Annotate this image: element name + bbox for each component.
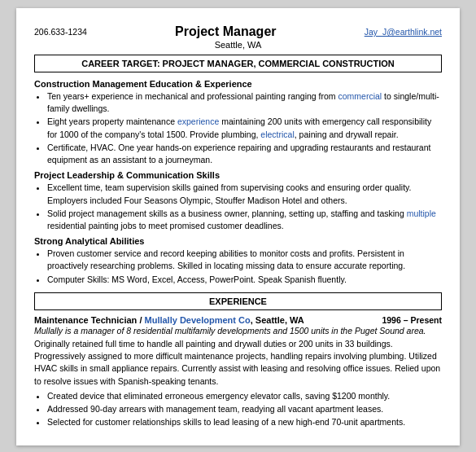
job-bullets: Created device that eliminated erroneous… xyxy=(47,390,442,429)
job-subtitle: Mullally is a manager of 8 residential m… xyxy=(34,326,442,336)
job-title: Maintenance Technician / Mullally Develo… xyxy=(34,315,304,325)
resume-page: 206.633-1234 Project Manager Jay_J@earth… xyxy=(16,8,460,445)
email-link[interactable]: Jay_J@earthlink.net xyxy=(365,27,442,37)
job-header-row: Maintenance Technician / Mullally Develo… xyxy=(34,315,442,325)
analytical-section: Strong Analytical Abilities Proven custo… xyxy=(34,236,442,286)
list-item: Proven customer service and record keepi… xyxy=(47,248,442,272)
experience-divider: EXPERIENCE xyxy=(34,292,442,310)
list-item: Certificate, HVAC. One year hands-on exp… xyxy=(47,142,442,166)
list-item: Created device that eliminated erroneous… xyxy=(47,390,442,402)
header-location: Seattle, WA xyxy=(34,40,442,50)
job-description: Originally retained full time to handle … xyxy=(34,338,442,388)
career-target-text: CAREER TARGET: PROJECT MANAGER, COMMERCI… xyxy=(81,59,395,68)
header-contact-row: 206.633-1234 Project Manager Jay_J@earth… xyxy=(34,24,442,39)
analytical-title: Strong Analytical Abilities xyxy=(34,236,442,246)
construction-section: Construction Management Education & Expe… xyxy=(34,79,442,166)
leadership-section: Project Leadership & Communication Skill… xyxy=(34,170,442,232)
analytical-bullets: Proven customer service and record keepi… xyxy=(47,248,442,286)
candidate-title: Project Manager xyxy=(175,24,276,39)
list-item: Computer Skills: MS Word, Excel, Access,… xyxy=(47,274,442,286)
construction-bullets: Ten years+ experience in mechanical and … xyxy=(47,90,442,166)
list-item: Selected for customer relationships skil… xyxy=(47,416,442,428)
list-item: Ten years+ experience in mechanical and … xyxy=(47,90,442,115)
list-item: Solid project management skills as a bus… xyxy=(47,208,442,232)
career-target-box: CAREER TARGET: PROJECT MANAGER, COMMERCI… xyxy=(34,55,442,72)
job-dates: 1996 – Present xyxy=(382,315,442,325)
phone-number: 206.633-1234 xyxy=(34,27,87,37)
list-item: Excellent time, team supervision skills … xyxy=(47,182,442,206)
list-item: Eight years property maintenance experie… xyxy=(47,116,442,140)
leadership-bullets: Excellent time, team supervision skills … xyxy=(47,182,442,232)
header: 206.633-1234 Project Manager Jay_J@earth… xyxy=(34,24,442,50)
leadership-title: Project Leadership & Communication Skill… xyxy=(34,170,442,180)
list-item: Addressed 90-day arrears with management… xyxy=(47,403,442,415)
construction-title: Construction Management Education & Expe… xyxy=(34,79,442,89)
job-entry: Maintenance Technician / Mullally Develo… xyxy=(34,315,442,429)
experience-label: EXPERIENCE xyxy=(209,296,267,306)
